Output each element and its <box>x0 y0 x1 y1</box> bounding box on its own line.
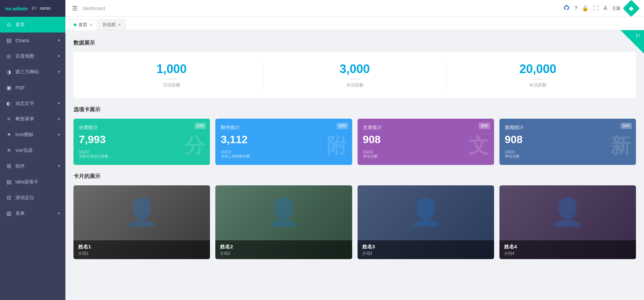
sidebar-item-charts[interactable]: ▤ Charts ▾ <box>0 33 65 48</box>
chevron-down-icon: ▾ <box>58 54 60 58</box>
corner-icon: 🏳 <box>635 33 641 40</box>
person-name-1: 姓名1 <box>78 244 205 250</box>
chevron-down-icon: ▾ <box>58 101 60 106</box>
sidebar-item-baidu-map[interactable]: ◎ 百度地图 ▾ <box>0 48 65 64</box>
stat-monthly: 3,000 月活跃数 <box>263 62 446 88</box>
sidebar-item-vue-battle[interactable]: ✕ vue实战 <box>0 142 65 158</box>
stat-daily-label: 日活跃数 <box>80 82 263 88</box>
option-card-news: 实时 新闻统计 908 10222 评论次数 新 <box>499 119 636 165</box>
person-sub-3: 介绍3 <box>362 251 489 256</box>
sidebar-item-label: 首页 <box>15 22 25 28</box>
card-title: 文章统计 <box>363 125 489 131</box>
stat-divider <box>167 79 177 79</box>
tabs-icon: ▤ <box>5 179 12 185</box>
tab-line-chart[interactable]: 折线图 ✕ <box>98 19 125 30</box>
person-info-1: 姓名1 介绍1 <box>73 240 210 259</box>
sidebar-item-icon-lib[interactable]: ✦ icon图标 ▾ <box>0 127 65 142</box>
third-party-icon: ◑ <box>5 69 12 75</box>
stat-yearly-label: 年活跃数 <box>446 82 629 88</box>
vue-icon: ✕ <box>5 147 12 154</box>
person-avatar-1: 👤 <box>73 185 210 239</box>
person-info-2: 姓名2 介绍2 <box>215 240 352 259</box>
font-icon[interactable]: A <box>603 5 607 11</box>
sidebar-item-scroll-pos[interactable]: ⊟ 滚动定位 <box>0 190 65 205</box>
chevron-down-icon: ▾ <box>58 211 60 216</box>
tree-menu-icon: ≡ <box>5 116 12 122</box>
tab-close-icon[interactable]: ✕ <box>89 22 93 27</box>
person-name-4: 姓名4 <box>504 244 631 250</box>
sidebar-item-tree-menu[interactable]: ≡ 树形菜单 ▾ <box>0 111 65 127</box>
theme-picker[interactable]: ◆ <box>623 0 640 17</box>
option-card-attachments: 实时 附件统计 3,112 10222 当前上传的附件数 附 <box>215 119 352 165</box>
home-icon: ⊙ <box>5 21 12 28</box>
topbar-title: dashboard <box>83 6 105 11</box>
form-icon: ▥ <box>5 210 12 217</box>
option-card-categories: 实时 分类统计 7,993 10222 当前分类总记录数 分 <box>73 119 210 165</box>
card-badge: 实时 <box>195 123 206 129</box>
sidebar-item-label: 滚动定位 <box>15 195 34 201</box>
topbar-right: ? 🔒 ⛶ A 主题 ◆ <box>564 2 637 14</box>
sidebar-item-label: Charts <box>15 38 29 43</box>
charts-icon: ▤ <box>5 37 12 44</box>
tab-close-icon[interactable]: ✕ <box>118 22 121 27</box>
question-icon[interactable]: ? <box>574 5 577 11</box>
stat-divider <box>350 79 360 79</box>
github-icon[interactable] <box>564 5 570 12</box>
option-card-articles: 实时 文章统计 908 10222 评论次数 文 <box>358 119 494 165</box>
sidebar-item-tabs-card[interactable]: ▤ tabs选项卡 <box>0 174 65 190</box>
sidebar: nx-admin BY nxmin ⊙ 首页 ▤ Charts ▾ ◎ 百度地图… <box>0 0 65 300</box>
person-info-3: 姓名3 介绍3 <box>358 240 494 259</box>
person-card-2: 👤 姓名2 介绍2 <box>215 185 352 259</box>
sidebar-item-label: PDF <box>15 85 25 91</box>
sidebar-item-dynamic-text[interactable]: ◐ 动态文字 ▾ <box>0 96 65 111</box>
person-avatar-3: 👤 <box>358 185 494 239</box>
data-section-title: 数据展示 <box>73 40 636 47</box>
sidebar-item-third-party[interactable]: ◑ 第三方网站 ▾ <box>0 64 65 80</box>
sidebar-logo: nx-admin BY nxmin <box>0 0 65 17</box>
tab-label: 首页 <box>78 22 87 28</box>
card-watermark: 附 <box>327 132 347 160</box>
sidebar-item-label: 动态文字 <box>15 101 34 107</box>
chevron-down-icon: ▾ <box>58 38 60 43</box>
stat-divider <box>533 79 543 79</box>
person-avatar-2: 👤 <box>215 185 352 239</box>
topbar-left: ☰ dashboard <box>72 5 105 12</box>
menu-toggle-icon[interactable]: ☰ <box>72 5 77 12</box>
topbar: ☰ dashboard ? 🔒 ⛶ A 主题 ◆ <box>65 0 644 17</box>
person-card-3: 👤 姓名3 介绍3 <box>358 185 494 259</box>
person-card-4: 👤 姓名4 介绍4 <box>499 185 636 259</box>
sidebar-item-label: vue实战 <box>15 147 33 154</box>
icon-lib-icon: ✦ <box>5 131 12 138</box>
sidebar-item-components[interactable]: ⊞ 组件 ▾ <box>0 158 65 174</box>
pdf-icon: ▣ <box>5 84 12 91</box>
map-icon: ◎ <box>5 53 12 59</box>
sidebar-item-form[interactable]: ▥ 表单 ▾ <box>0 205 65 221</box>
card-title: 附件统计 <box>221 125 346 131</box>
logo-by: BY <box>32 6 37 11</box>
sidebar-item-pdf[interactable]: ▣ PDF <box>0 80 65 96</box>
card-watermark: 分 <box>184 132 205 160</box>
dynamic-text-icon: ◐ <box>5 100 12 107</box>
sidebar-item-label: tabs选项卡 <box>15 179 38 185</box>
sidebar-item-label: 树形菜单 <box>15 116 34 122</box>
chevron-down-icon: ▾ <box>58 132 60 137</box>
theme-label[interactable]: 主题 <box>612 5 621 11</box>
lock-icon[interactable]: 🔒 <box>582 5 589 11</box>
diamond-icon: ◆ <box>629 5 634 12</box>
stats-row: 1,000 日活跃数 3,000 月活跃数 20,000 年活跃数 <box>73 52 636 98</box>
tab-home[interactable]: 首页 ✕ <box>69 19 97 30</box>
components-icon: ⊞ <box>5 163 12 169</box>
scroll-icon: ⊟ <box>5 194 12 201</box>
chevron-down-icon: ▾ <box>58 117 60 121</box>
fullscreen-icon[interactable]: ⛶ <box>593 5 599 11</box>
logo-nx: nx-admin <box>5 6 28 11</box>
card-title: 新闻统计 <box>505 125 631 131</box>
sidebar-item-home[interactable]: ⊙ 首页 <box>0 17 65 33</box>
tabs-bar: 首页 ✕ 折线图 ✕ <box>65 17 644 30</box>
tab-label: 折线图 <box>103 22 116 28</box>
person-cards-grid: 👤 姓名1 介绍1 👤 姓名2 介绍2 👤 姓名3 介绍3 <box>73 185 636 259</box>
stat-monthly-number: 3,000 <box>263 62 446 76</box>
sidebar-item-label: 第三方网站 <box>15 69 39 75</box>
card-watermark: 文 <box>469 132 489 160</box>
sidebar-item-label: 表单 <box>15 211 25 217</box>
